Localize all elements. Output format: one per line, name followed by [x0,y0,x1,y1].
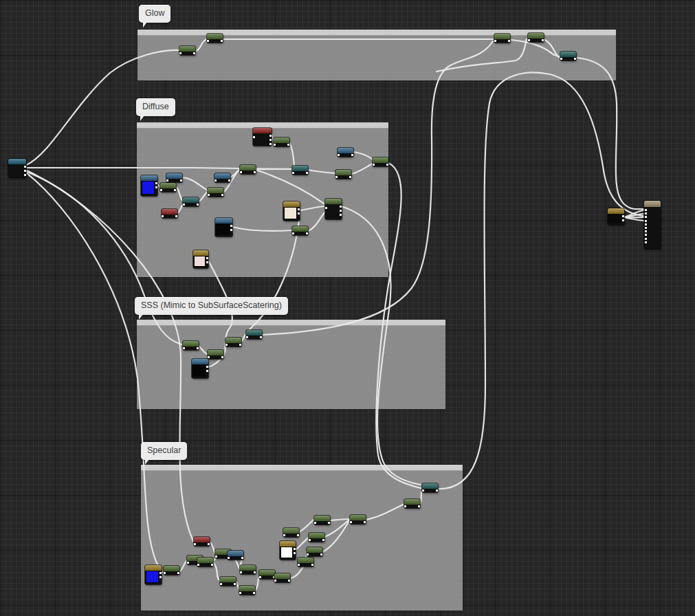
pin[interactable] [206,257,208,259]
pin[interactable] [287,144,289,146]
pin[interactable] [350,521,352,523]
pin[interactable] [260,336,262,338]
pin[interactable] [528,39,530,41]
op-node[interactable] [166,173,182,182]
pin[interactable] [422,490,424,492]
pin[interactable] [220,583,222,585]
color-parameter-node[interactable] [283,201,300,221]
op-node[interactable] [298,558,313,566]
pin[interactable] [542,39,544,41]
pin[interactable] [208,356,210,358]
pin[interactable] [24,174,26,176]
op-node[interactable] [422,483,438,492]
pin[interactable] [155,182,157,184]
pin[interactable] [622,219,624,221]
comment-title-diffuse[interactable]: Diffuse [136,98,175,116]
pin[interactable] [179,52,181,54]
pin[interactable] [269,135,272,137]
pin[interactable] [418,505,420,507]
op-node[interactable] [208,350,223,359]
pin[interactable] [404,505,406,507]
pin[interactable] [253,592,255,594]
pin[interactable] [197,564,199,566]
pin[interactable] [351,154,353,156]
color-parameter-node[interactable] [145,565,162,584]
pin[interactable] [306,232,308,234]
op-node[interactable] [335,170,351,179]
pin[interactable] [183,347,185,349]
pin[interactable] [645,223,647,226]
color-swatch[interactable] [285,208,296,219]
op-node[interactable] [404,499,420,508]
pin[interactable] [622,215,624,217]
pin[interactable] [645,209,647,211]
pin[interactable] [307,553,309,556]
op-node[interactable] [246,330,262,339]
pin[interactable] [234,583,236,585]
pin[interactable] [373,164,375,166]
comment-title-glow[interactable]: Glow [139,5,170,23]
pin[interactable] [221,194,223,196]
pin[interactable] [166,179,168,182]
pin[interactable] [335,176,338,178]
pin[interactable] [240,571,242,573]
pin[interactable] [180,179,182,182]
pin[interactable] [274,580,276,582]
pin[interactable] [645,216,647,218]
op-node[interactable] [528,33,544,42]
color-parameter-node[interactable] [280,541,296,560]
color-swatch[interactable] [142,182,154,194]
pin[interactable] [645,220,647,222]
pin[interactable] [340,210,342,212]
op-node[interactable] [240,165,256,174]
pin[interactable] [340,206,342,208]
pin[interactable] [269,143,272,145]
op-node[interactable] [164,566,179,575]
pin[interactable] [349,176,351,178]
op-node[interactable] [214,173,230,182]
pin[interactable] [174,189,176,191]
op-node[interactable] [373,157,388,166]
color-swatch[interactable] [193,365,205,376]
op-node[interactable] [194,537,210,546]
op-node[interactable] [208,188,223,197]
pin[interactable] [155,186,157,188]
op-node[interactable] [274,138,289,146]
pin[interactable] [328,522,330,524]
pin[interactable] [560,58,562,60]
color-parameter-node[interactable] [193,250,208,268]
op-node[interactable] [160,183,176,192]
op-node[interactable] [183,341,199,350]
pin[interactable] [230,225,232,227]
pin[interactable] [160,189,162,191]
pin[interactable] [183,204,185,206]
pin[interactable] [297,534,299,536]
op-node[interactable] [197,558,213,566]
pin[interactable] [325,207,327,209]
pin[interactable] [214,179,217,182]
pin[interactable] [228,557,230,559]
pin[interactable] [494,40,496,42]
op-node[interactable] [162,209,177,218]
pin[interactable] [645,230,647,232]
color-swatch[interactable] [195,256,205,266]
op-node[interactable] [307,547,322,556]
color-swatch[interactable] [146,571,158,582]
pin[interactable] [311,564,313,566]
pin[interactable] [197,204,199,206]
pin[interactable] [206,261,208,263]
pin[interactable] [269,139,272,141]
op-node[interactable] [183,197,199,206]
pin[interactable] [194,543,196,545]
op-node[interactable] [314,516,330,525]
op-node[interactable] [207,34,223,43]
pin[interactable] [288,580,290,582]
pin[interactable] [206,366,208,368]
color-swatch[interactable] [217,224,229,234]
pin[interactable] [254,571,256,573]
pin[interactable] [306,172,308,174]
pin[interactable] [221,356,223,358]
pin[interactable] [208,543,210,545]
pin[interactable] [645,241,647,243]
pin[interactable] [645,227,647,229]
